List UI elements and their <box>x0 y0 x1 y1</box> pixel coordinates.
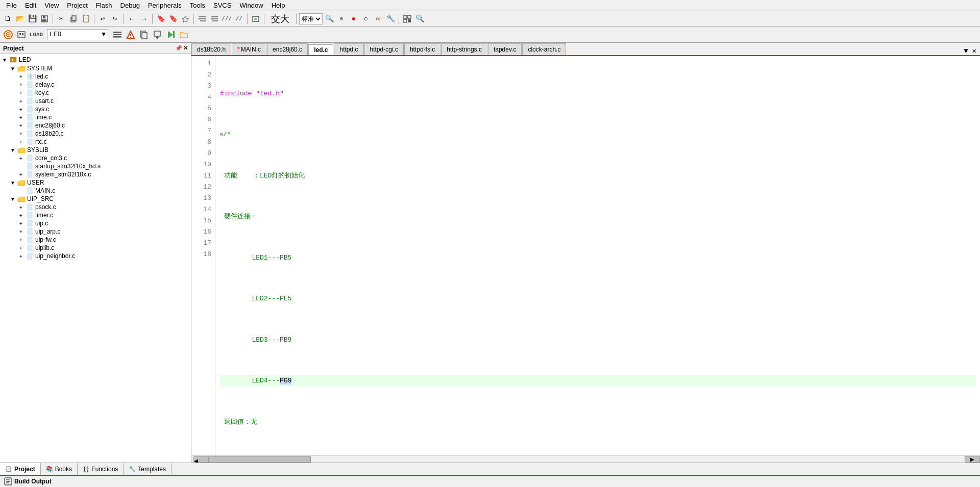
tree-file-ds18b20-c[interactable]: + ds18b20.c <box>0 130 191 138</box>
tree-file-delay-c[interactable]: + delay.c <box>0 81 191 89</box>
tree-toggle-system-stm32[interactable]: + <box>19 172 27 177</box>
tree-group-uip-src[interactable]: ▼ UIP_SRC <box>0 195 191 203</box>
tree-file-rtc-c[interactable]: + rtc.c <box>0 138 191 146</box>
manage-button[interactable] <box>111 29 124 41</box>
menu-peripherals[interactable]: Peripherals <box>144 1 186 10</box>
panel-pin-button[interactable]: 📌 <box>175 45 182 52</box>
scroll-left-button[interactable]: ◀ <box>193 456 209 463</box>
menu-help[interactable]: Help <box>267 1 289 10</box>
save-all-button[interactable] <box>39 13 50 24</box>
bookmark-clear-button[interactable] <box>180 13 191 24</box>
tree-toggle-user[interactable]: ▼ <box>10 180 17 186</box>
build-button[interactable] <box>125 29 137 41</box>
tree-file-psock-c[interactable]: + psock.c <box>0 203 191 211</box>
bottom-tab-project[interactable]: 📋 Project <box>0 463 41 475</box>
back-button[interactable]: ← <box>126 13 137 24</box>
tree-file-enc28j60-c[interactable]: + enc28j60.c <box>0 121 191 130</box>
tree-toggle-syslib[interactable]: ▼ <box>10 147 17 153</box>
tree-toggle-delay-c[interactable]: + <box>19 82 27 88</box>
new-file-button[interactable]: 🗋 <box>2 13 13 24</box>
tree-toggle-system[interactable]: ▼ <box>10 66 17 71</box>
font-select[interactable]: 标准 <box>299 13 323 24</box>
tree-file-system-stm32[interactable]: + system_stm32f10x.c <box>0 170 191 178</box>
tree-toggle-uip-arp-c[interactable]: + <box>19 229 27 235</box>
scroll-right-button[interactable]: ▶ <box>965 456 980 463</box>
cut-button[interactable]: ✂ <box>56 13 67 24</box>
menu-file[interactable]: File <box>2 1 21 10</box>
tree-toggle-led[interactable]: ▼ <box>2 57 9 63</box>
tree-toggle-uiplib-c[interactable]: + <box>19 245 27 251</box>
menu-project[interactable]: Project <box>63 1 91 10</box>
horizontal-scrollbar[interactable]: ◀ ▶ <box>191 455 980 463</box>
tree-file-timer-c[interactable]: + timer.c <box>0 211 191 219</box>
tree-toggle-key-c[interactable]: + <box>19 90 27 96</box>
panel-close-button[interactable]: ✕ <box>183 45 188 52</box>
tree-file-startup[interactable]: + startup_stm32f10x_hd.s <box>0 162 191 170</box>
copy-button[interactable] <box>68 13 79 24</box>
copy-to-button[interactable] <box>138 29 150 41</box>
menu-svcs[interactable]: SVCS <box>209 1 235 10</box>
scroll-track[interactable] <box>209 456 965 463</box>
menu-debug[interactable]: Debug <box>116 1 144 10</box>
tab-http-strings-c[interactable]: http-strings.c <box>441 43 487 55</box>
template-button[interactable] <box>250 13 261 24</box>
uncomment-button[interactable]: // <box>233 13 244 24</box>
tab-main-c[interactable]: MAIN.c <box>232 43 266 55</box>
tree-file-uip-fw-c[interactable]: + uip-fw.c <box>0 236 191 244</box>
open-folder-button[interactable] <box>178 29 190 41</box>
tree-file-main-c[interactable]: + MAIN.c <box>0 187 191 195</box>
tree-toggle-psock-c[interactable]: + <box>19 204 27 210</box>
tool-button[interactable]: 🔧 <box>385 13 396 24</box>
search-button[interactable]: 🔍 <box>324 13 335 24</box>
tab-httpd-c[interactable]: httpd.c <box>334 43 363 55</box>
code-content[interactable]: #include "led.h" ⊟/* 功能 ：LED灯的初始化 硬件连接： … <box>216 56 980 455</box>
tab-list-button[interactable]: ▼ <box>962 47 969 55</box>
tree-toggle-uip-c[interactable]: + <box>19 221 27 226</box>
target-dropdown[interactable]: LED ▼ <box>47 29 108 40</box>
save-button[interactable]: 💾 <box>27 13 38 24</box>
tree-toggle-usart-c[interactable]: + <box>19 98 27 104</box>
tree-file-core-cm3[interactable]: + core_cm3.c <box>0 154 191 162</box>
tab-enc28j60c[interactable]: enc28j60.c <box>267 43 308 55</box>
bottom-tab-functions[interactable]: {} Functions <box>78 463 124 475</box>
menu-flash[interactable]: Flash <box>92 1 116 10</box>
indent-button[interactable] <box>197 13 208 24</box>
menu-view[interactable]: View <box>40 1 63 10</box>
bottom-tab-books[interactable]: 📚 Books <box>41 463 78 475</box>
white-circle-button[interactable]: ○ <box>360 13 372 24</box>
tree-file-usart-c[interactable]: + usart.c <box>0 97 191 105</box>
tab-close-button[interactable]: ✕ <box>971 46 978 55</box>
tree-toggle-uip-fw-c[interactable]: + <box>19 237 27 243</box>
project-tree[interactable]: ▼ L LED ▼ SYSTEM + .c led.c + delay.c <box>0 54 191 463</box>
tab-clock-arch-c[interactable]: clock-arch.c <box>522 43 566 55</box>
tree-toggle-rtc-c[interactable]: + <box>19 139 27 145</box>
tree-file-uip-arp-c[interactable]: + uip_arp.c <box>0 227 191 236</box>
menu-edit[interactable]: Edit <box>21 1 40 10</box>
redo-button[interactable]: ↪ <box>109 13 120 24</box>
loop-button[interactable]: ∞ <box>373 13 384 24</box>
target-settings-button[interactable] <box>2 29 14 41</box>
tree-toggle-uip-src[interactable]: ▼ <box>10 196 17 202</box>
translate-button[interactable]: LOAD <box>29 29 44 41</box>
tree-toggle-uip-neighbor-c[interactable]: + <box>19 253 27 259</box>
tree-toggle-timer-c[interactable]: + <box>19 213 27 218</box>
tree-toggle-led-c[interactable]: + <box>19 74 27 80</box>
menu-window[interactable]: Window <box>235 1 267 10</box>
bookmark-next-button[interactable]: 🔖 <box>167 13 179 24</box>
tree-toggle-time-c[interactable]: + <box>19 115 27 120</box>
menu-tools[interactable]: Tools <box>186 1 209 10</box>
paste-button[interactable]: 📋 <box>80 13 91 24</box>
forward-button[interactable]: → <box>138 13 150 24</box>
tree-file-key-c[interactable]: + key.c <box>0 89 191 97</box>
tree-file-uip-neighbor-c[interactable]: + uip_neighbor.c <box>0 252 191 260</box>
tree-file-uiplib-c[interactable]: + uiplib.c <box>0 244 191 252</box>
download2-button[interactable] <box>164 29 177 41</box>
undo-button[interactable]: ↩ <box>97 13 108 24</box>
device-setup-button[interactable] <box>15 29 28 41</box>
comment-button[interactable]: /// <box>221 13 232 24</box>
tab-tapdev-c[interactable]: tapdev.c <box>488 43 522 55</box>
open-file-button[interactable]: 📂 <box>14 13 26 24</box>
code-editor[interactable]: 1 2 3 4 5 6 7 8 9 10 11 12 13 14 15 16 1… <box>191 56 980 455</box>
tab-httpd-cgi-c[interactable]: httpd-cgi.c <box>364 43 404 55</box>
grid-button[interactable] <box>402 13 413 24</box>
